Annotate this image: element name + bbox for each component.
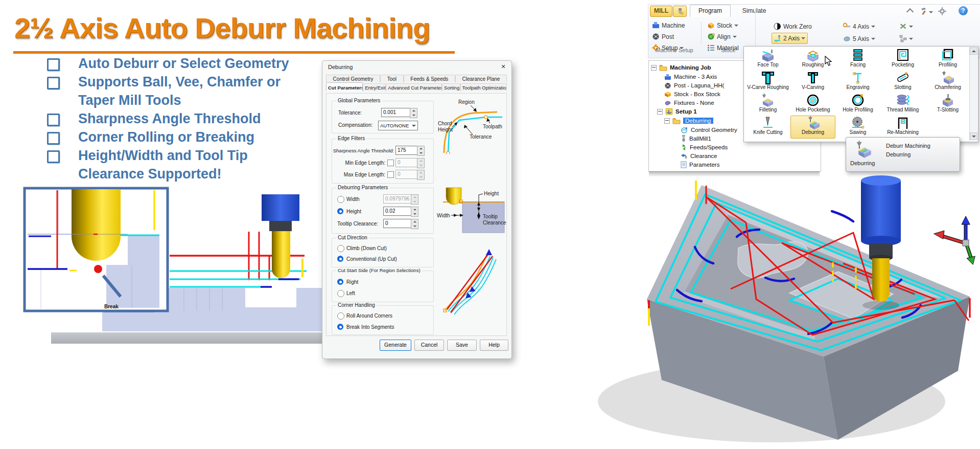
toolbox-button[interactable] xyxy=(899,21,913,31)
break-into-segments-label: Break Into Segments xyxy=(346,324,394,330)
height-radio[interactable] xyxy=(337,208,343,214)
gallery-item-face-top[interactable]: Face Top xyxy=(746,49,790,71)
tree-node-parameters[interactable]: Parameters xyxy=(681,161,719,169)
ribbon-label: Work Zero xyxy=(783,23,812,30)
tab-control-geometry[interactable]: Control Geometry xyxy=(326,75,380,82)
gallery-item-engraving[interactable]: Engraving xyxy=(836,71,880,93)
help-icon[interactable] xyxy=(959,6,968,15)
compensation-select[interactable]: AUTO/NONE xyxy=(378,121,418,130)
close-icon[interactable] xyxy=(499,63,507,71)
tolerance-input[interactable]: 0.001 xyxy=(381,108,413,117)
sharpness-spinner[interactable] xyxy=(417,146,425,156)
tree-node-deburring[interactable]: Deburring xyxy=(664,117,713,125)
height-spinner[interactable] xyxy=(411,207,418,217)
ribbon-machine-button[interactable]: Machine xyxy=(652,20,685,30)
dialog-titlebar[interactable]: Deburring xyxy=(322,61,511,73)
tab-tool[interactable]: Tool xyxy=(380,75,404,82)
collapse-icon[interactable] xyxy=(651,65,657,71)
5-axis-button[interactable]: 5 Axis xyxy=(843,34,875,43)
break-into-segments-radio[interactable] xyxy=(337,324,343,330)
left-radio[interactable] xyxy=(337,290,344,297)
tooltip-clearance-spinner[interactable] xyxy=(411,219,418,229)
ribbon-stock-button[interactable]: Stock xyxy=(707,20,738,30)
climb-radio[interactable] xyxy=(337,245,344,252)
tab-simulate[interactable]: Simulate xyxy=(734,6,775,16)
height-input[interactable]: 0.02 xyxy=(383,207,414,216)
2-axis-button-active[interactable]: 2 Axis xyxy=(772,33,808,44)
tab-entry-exit[interactable]: Entry/Exit xyxy=(363,83,386,91)
gallery-item-v-carve-roughing[interactable]: V-Carve Roughing xyxy=(746,71,790,93)
gallery-item-chamfering[interactable]: Chamfering xyxy=(926,71,970,93)
sharpness-input[interactable]: 175 xyxy=(395,146,420,155)
tree-node-stock[interactable]: Stock - Box Stock xyxy=(664,90,720,98)
right-radio[interactable] xyxy=(337,279,343,285)
ribbon-post-button[interactable]: Post xyxy=(652,32,674,41)
tab-clearance-plane[interactable]: Clearance Plane xyxy=(455,75,507,82)
max-edge-input[interactable]: 0 xyxy=(395,170,420,179)
width-radio[interactable] xyxy=(337,196,344,203)
width-input[interactable]: 0.0979796 xyxy=(383,194,414,204)
gallery-item-facing[interactable]: Facing xyxy=(836,49,880,71)
min-edge-input[interactable]: 0 xyxy=(395,158,420,167)
max-edge-checkbox[interactable] xyxy=(387,171,394,178)
collapse-icon[interactable] xyxy=(664,118,670,124)
bullet-text: Sharpness Angle Threshold xyxy=(78,109,314,128)
scroll-up-icon[interactable] xyxy=(970,47,977,55)
tree-node-machine[interactable]: Machine - 3 Axis xyxy=(664,73,717,81)
hierarchy-button[interactable] xyxy=(899,34,913,43)
scroll-down-icon[interactable] xyxy=(970,132,977,140)
tab-program[interactable]: Program xyxy=(690,5,731,17)
tree-node-post[interactable]: Post - Laguna_HH( xyxy=(664,81,724,89)
generate-button[interactable]: Generate xyxy=(380,340,411,351)
cut-direction-group: Cut Direction Climb (Down Cut) Conventio… xyxy=(332,238,434,267)
gallery-item-hole-profiling[interactable]: Hole Profiling xyxy=(836,94,880,116)
save-button[interactable]: Save xyxy=(447,340,477,351)
gallery-item-t-slotting[interactable]: T-Slotting xyxy=(926,94,970,116)
roll-around-corners-radio[interactable] xyxy=(337,312,344,320)
tree-node-machining-job[interactable]: Machining Job xyxy=(651,63,711,72)
gear-icon[interactable] xyxy=(937,7,947,16)
gallery-scrollbar[interactable] xyxy=(969,47,977,140)
tab-mill[interactable]: MILL xyxy=(650,6,672,17)
min-edge-spinner[interactable] xyxy=(417,158,425,168)
ribbon-align-button[interactable]: Align xyxy=(707,32,737,41)
conventional-radio[interactable] xyxy=(337,256,343,262)
gallery-item-profiling[interactable]: Profiling xyxy=(926,49,970,71)
gallery-item-hole-pocketing[interactable]: Hole Pocketing xyxy=(791,94,835,116)
machining-3d-view[interactable] xyxy=(526,171,980,449)
tab-cut-parameters[interactable]: Cut Parameters xyxy=(326,82,363,91)
gallery-item-slotting[interactable]: Slotting xyxy=(881,71,925,93)
tree-node-setup-1[interactable]: Setup 1 xyxy=(657,107,697,116)
width-spinner[interactable] xyxy=(411,194,418,205)
gallery-item-thread-milling[interactable]: Thread Milling xyxy=(881,94,925,116)
gallery-item-pocketing[interactable]: Pocketing xyxy=(881,49,925,71)
hammer-dropdown-icon[interactable] xyxy=(929,11,933,15)
tree-node-control-geometry[interactable]: Control Geometry xyxy=(681,126,737,134)
tab-advanced-cut-parameters[interactable]: Advanced Cut Parameters xyxy=(386,83,442,91)
gallery-item-deburring-active[interactable]: Deburring xyxy=(790,116,835,139)
tab-feeds-speeds[interactable]: Feeds & Speeds xyxy=(404,75,455,82)
cancel-button[interactable]: Cancel xyxy=(414,340,444,351)
tree-node-clearance[interactable]: Clearance xyxy=(681,152,717,160)
gallery-item-v-carving[interactable]: V-Carving xyxy=(791,71,835,93)
tab-toolpath-optimization[interactable]: Toolpath Optimization xyxy=(460,83,507,91)
gallery-item-re-machining[interactable]: Re-Machining xyxy=(881,116,925,138)
max-edge-spinner[interactable] xyxy=(417,170,425,180)
gallery-item-sawing[interactable]: Sawing xyxy=(836,116,880,138)
help-button[interactable]: Help xyxy=(480,340,508,351)
knife-cutting-icon xyxy=(746,116,790,129)
work-zero-button[interactable]: Work Zero xyxy=(774,21,812,31)
hammer-icon[interactable] xyxy=(919,7,929,16)
mill-tool-button[interactable] xyxy=(673,6,687,17)
tooltip-clearance-input[interactable]: 0 xyxy=(383,219,414,228)
tree-node-feeds-speeds[interactable]: Feeds/Speeds xyxy=(681,143,728,151)
tree-node-fixtures[interactable]: Fixtures - None xyxy=(664,99,714,107)
gallery-item-knife-cutting[interactable]: Knife Cutting xyxy=(746,116,790,138)
tolerance-spinner[interactable] xyxy=(410,108,417,118)
min-edge-checkbox[interactable] xyxy=(387,160,394,166)
gallery-item-filleting[interactable]: Filleting xyxy=(746,94,790,116)
tree-node-ballmill[interactable]: BallMill1 xyxy=(681,134,711,143)
4-axis-button[interactable]: 4 Axis xyxy=(843,21,875,31)
tab-sorting[interactable]: Sorting xyxy=(442,83,460,91)
collapse-icon[interactable] xyxy=(657,109,663,115)
